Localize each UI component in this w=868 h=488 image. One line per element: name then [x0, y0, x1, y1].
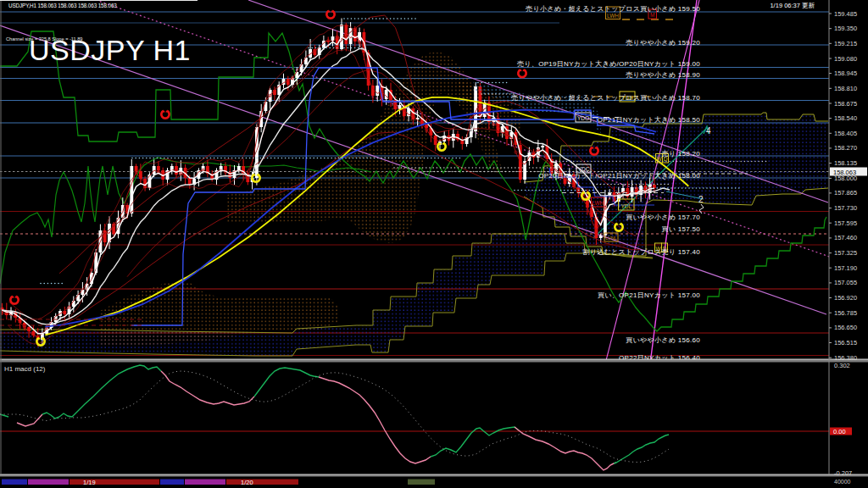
- svg-text:0.302: 0.302: [834, 362, 850, 369]
- svg-text:159.350: 159.350: [834, 25, 857, 32]
- svg-text:Channel size = 325.8 Slope = -: Channel size = 325.8 Slope = -11.89: [6, 36, 82, 42]
- svg-text:159.215: 159.215: [834, 40, 857, 47]
- svg-text:4: 4: [706, 126, 711, 136]
- svg-text:買い 157.50: 買い 157.50: [661, 225, 700, 233]
- svg-text:159.485: 159.485: [834, 10, 857, 18]
- svg-text:OP21日NYカット大きめ 158.50: OP21日NYカット大きめ 158.50: [598, 116, 700, 124]
- svg-text:YDO: YDO: [577, 115, 589, 121]
- svg-text:1/19: 1/19: [83, 479, 96, 486]
- svg-text:0.00: 0.00: [833, 428, 846, 435]
- svg-text:売り小さめ・超えるとストップロス買い小さめ 159.50: 売り小さめ・超えるとストップロス買い小さめ 159.50: [526, 5, 700, 13]
- svg-text:1/19 06:37 更新: 1/19 06:37 更新: [770, 2, 815, 9]
- svg-text:157.325: 157.325: [834, 249, 857, 257]
- svg-text:売りやや小さめ 158.90: 売りやや小さめ 158.90: [626, 71, 700, 79]
- svg-text:157.865: 157.865: [834, 189, 857, 197]
- svg-text:1/20: 1/20: [241, 479, 253, 486]
- svg-text:159.080: 159.080: [834, 55, 857, 63]
- svg-text:156.380: 156.380: [834, 354, 857, 362]
- svg-text:157.055: 157.055: [834, 279, 857, 286]
- svg-text:158.405: 158.405: [834, 130, 857, 137]
- svg-text:158.945: 158.945: [834, 69, 857, 77]
- svg-text:買いやや小さめ 157.70: 買いやや小さめ 157.70: [626, 214, 700, 221]
- svg-text:156.650: 156.650: [834, 324, 857, 331]
- svg-text:158.675: 158.675: [834, 100, 857, 108]
- svg-text:157.595: 157.595: [834, 219, 857, 227]
- svg-text:156.785: 156.785: [834, 309, 857, 317]
- svg-text:M: M: [650, 12, 654, 18]
- svg-text:40000: 40000: [834, 479, 851, 485]
- svg-text:156.515: 156.515: [834, 339, 857, 347]
- svg-text:158.810: 158.810: [834, 85, 857, 92]
- svg-text:OP20日NYカット/OP21日NYカット大きめ 158.0: OP20日NYカット/OP21日NYカット大きめ 158.00: [538, 172, 700, 180]
- svg-text:H1 macd (12): H1 macd (12): [4, 365, 46, 373]
- svg-text:156.920: 156.920: [834, 294, 857, 302]
- svg-text:YDL: YDL: [620, 203, 632, 209]
- svg-text:売りやや小さめ 159.20: 売りやや小さめ 159.20: [626, 39, 700, 47]
- svg-text:-0.207: -0.207: [834, 469, 852, 477]
- svg-text:買い、OP21日NYカット 157.00: 買い、OP21日NYカット 157.00: [598, 291, 700, 299]
- svg-text:158.063: 158.063: [833, 169, 856, 176]
- svg-text:割り込むとストップロス売り 157.40: 割り込むとストップロス売り 157.40: [582, 248, 700, 256]
- svg-text:158.135: 158.135: [834, 159, 857, 167]
- svg-text:売り、OP19日NYカット大きめ/OP20日NYカット 15: 売り、OP19日NYカット大きめ/OP20日NYカット 159.00: [517, 60, 700, 68]
- svg-text:LVNL: LVNL: [605, 236, 616, 241]
- svg-text:USDJPY,H1 158.063 158.063 158: USDJPY,H1 158.063 158.063 158.063 158.06…: [8, 3, 117, 8]
- svg-text:158.270: 158.270: [834, 144, 857, 152]
- svg-text:157.190: 157.190: [834, 264, 857, 272]
- svg-text:LWH: LWH: [607, 13, 619, 19]
- svg-text:2: 2: [698, 195, 704, 204]
- svg-text:158.540: 158.540: [834, 114, 857, 122]
- svg-text:売りやや小さめ・超えるとストップロス買い小さめ 158.70: 売りやや小さめ・超えるとストップロス買い小さめ 158.70: [511, 94, 700, 102]
- svg-text:買いやや小さめ 156.60: 買いやや小さめ 156.60: [626, 336, 700, 344]
- svg-text:157.730: 157.730: [834, 204, 857, 212]
- svg-text:157.460: 157.460: [834, 234, 857, 241]
- svg-text:売り 158.20: 売り 158.20: [661, 150, 700, 158]
- svg-text:LWH: LWH: [592, 200, 604, 206]
